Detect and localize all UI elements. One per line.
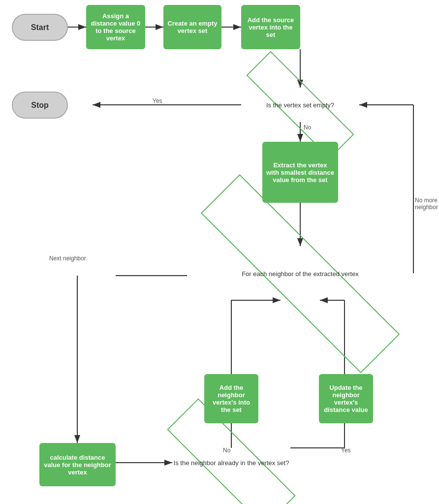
yes-label-in-set: Yes bbox=[341, 447, 351, 454]
no-more-neighbor-label: No more neighbor bbox=[415, 197, 439, 211]
calc-dist-node: calculate distance value for the neighbo… bbox=[39, 443, 116, 486]
is-in-set-diamond: Is the neighbor already in the vertex se… bbox=[162, 441, 300, 485]
is-in-set-label: Is the neighbor already in the vertex se… bbox=[170, 455, 293, 471]
no-label-empty: No bbox=[304, 124, 311, 131]
create-set-node: Create an empty vertex set bbox=[163, 5, 221, 49]
start-node: Start bbox=[12, 14, 68, 41]
extract-node: Extract the vertex with smallest distanc… bbox=[262, 142, 338, 203]
yes-label: Yes bbox=[153, 97, 162, 104]
assign-node: Assign a distance value 0 to the source … bbox=[86, 5, 145, 49]
is-empty-label: Is the vertex set empty? bbox=[262, 97, 338, 113]
is-empty-diamond: Is the vertex set empty? bbox=[241, 88, 359, 122]
flowchart: Start Assign a distance value 0 to the s… bbox=[0, 0, 439, 504]
for-each-label: For each neighbor of the extracted verte… bbox=[238, 266, 363, 282]
update-dist-node: Update the neighbor vertex's distance va… bbox=[319, 374, 373, 423]
no-label-in-set: No bbox=[223, 447, 230, 454]
add-neighbor-node: Add the neighbor vertex's into the set bbox=[204, 374, 258, 423]
next-neighbor-label: Next neighbor bbox=[49, 255, 86, 262]
add-source-node: Add the source vertex into the set bbox=[241, 5, 300, 49]
stop-node: Stop bbox=[12, 92, 68, 119]
for-each-diamond: For each neighbor of the extracted verte… bbox=[187, 246, 413, 301]
